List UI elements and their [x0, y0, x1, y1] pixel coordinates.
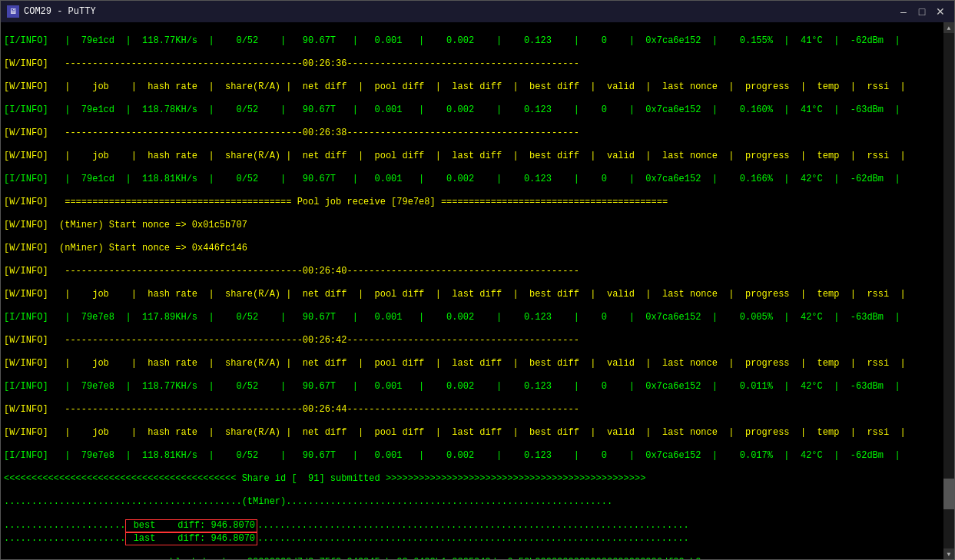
line-pool-job: [W/INFO] ===============================…: [4, 197, 951, 208]
app-icon: 🖥: [7, 5, 19, 18]
line-11: [W/INFO] -------------------------------…: [4, 335, 951, 346]
scrollbar[interactable]: ▲ ▼: [943, 22, 954, 559]
line-start-nonce1: [W/INFO] (tMiner) Start nonce => 0x01c5b…: [4, 220, 951, 231]
line-10: [I/INFO] | 79e7e8 | 117.89KH/s | 0/52 | …: [4, 312, 951, 323]
terminal[interactable]: [I/INFO] | 79e1cd | 118.77KH/s | 0/52 | …: [1, 22, 954, 559]
line-6: [W/INFO] | job | hash rate | share(R/A) …: [4, 151, 951, 162]
titlebar-controls: – □ ✕: [896, 4, 948, 19]
line-9: [W/INFO] | job | hash rate | share(R/A) …: [4, 289, 951, 300]
maximize-button[interactable]: □: [914, 4, 930, 19]
line-8: [W/INFO] -------------------------------…: [4, 266, 951, 277]
line-5: [W/INFO] -------------------------------…: [4, 128, 951, 139]
minimize-button[interactable]: –: [896, 4, 911, 19]
line-15: [W/INFO] | job | hash rate | share(R/A) …: [4, 427, 951, 439]
putty-window: 🖥 COM29 - PuTTY – □ ✕ [I/INFO] | 79e1cd …: [0, 0, 955, 560]
line-7: [I/INFO] | 79e1cd | 118.81KH/s | 0/52 | …: [4, 174, 951, 185]
line-12: [W/INFO] | job | hash rate | share(R/A) …: [4, 358, 951, 369]
window-title: COM29 - PuTTY: [24, 6, 96, 17]
diff-highlight-box: best diff: 946.8070: [125, 519, 257, 532]
diff-last-box: last diff: 946.8070: [125, 532, 257, 545]
line-2: [W/INFO] -------------------------------…: [4, 58, 951, 70]
line-diff: ...................... best diff: 946.80…: [4, 519, 951, 545]
line-4: [I/INFO] | 79e1cd | 118.78KH/s | 0/52 | …: [4, 104, 951, 116]
line-3: [W/INFO] | job | hash rate | share(R/A) …: [4, 81, 951, 93]
scrollbar-up-arrow[interactable]: ▲: [943, 22, 954, 33]
line-13: [I/INFO] | 79e7e8 | 118.77KH/s | 0/52 | …: [4, 381, 951, 393]
line-block-header1: block header: 00000020d7d3c75f0e949845ab…: [4, 557, 951, 559]
titlebar: 🖥 COM29 - PuTTY – □ ✕: [1, 1, 954, 22]
line-1: [I/INFO] | 79e1cd | 118.77KH/s | 0/52 | …: [4, 35, 951, 47]
scrollbar-down-arrow[interactable]: ▼: [943, 548, 954, 559]
line-14: [W/INFO] -------------------------------…: [4, 404, 951, 416]
terminal-content: [I/INFO] | 79e1cd | 118.77KH/s | 0/52 | …: [4, 24, 951, 559]
line-16: [I/INFO] | 79e7e8 | 118.81KH/s | 0/52 | …: [4, 450, 951, 462]
titlebar-left: 🖥 COM29 - PuTTY: [7, 5, 96, 18]
line-share-submitted: <<<<<<<<<<<<<<<<<<<<<<<<<<<<<<<<<<<<<<<<…: [4, 473, 951, 485]
close-button[interactable]: ✕: [933, 4, 948, 19]
line-start-nonce2: [W/INFO] (nMiner) Start nonce => 0x446fc…: [4, 243, 951, 254]
line-tminer-dots: ........................................…: [4, 496, 951, 508]
scrollbar-thumb[interactable]: [943, 479, 954, 509]
